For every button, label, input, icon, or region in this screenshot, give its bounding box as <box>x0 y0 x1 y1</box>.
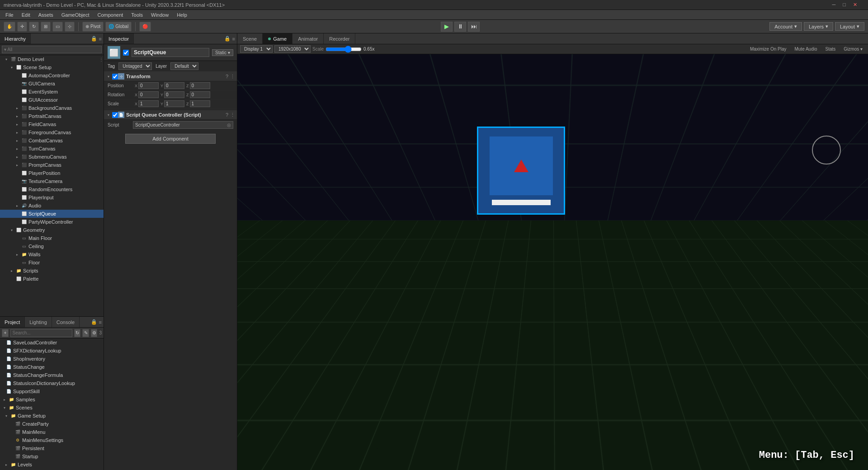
close-btn[interactable]: ✕ <box>853 2 857 8</box>
project-file-statuschange[interactable]: 📄 StatusChange <box>0 363 104 371</box>
project-file-shopinv[interactable]: 📄 ShopInventory <box>0 355 104 363</box>
play-button[interactable]: ▶ <box>441 22 453 32</box>
project-refresh-btn[interactable]: ↻ <box>74 329 81 337</box>
gizmos-btn[interactable]: Gizmos ▾ <box>841 46 865 52</box>
project-search-input[interactable] <box>10 329 72 337</box>
mute-audio-btn[interactable]: Mute Audio <box>792 46 820 52</box>
tag-dropdown[interactable]: Untagged <box>118 62 152 70</box>
tab-project[interactable]: Project <box>0 317 25 327</box>
hand-tool[interactable]: ✋ <box>4 22 15 32</box>
hierarchy-lock-icon[interactable]: 🔒 <box>91 36 97 42</box>
tree-item-bgcanvas[interactable]: ▸ ⬛ BackgroundCanvas <box>0 104 104 112</box>
tree-item-combatcanvas[interactable]: ▸ ⬛ CombatCanvas <box>0 136 104 145</box>
global-btn[interactable]: 🌐 Global <box>105 22 132 32</box>
menu-assets[interactable]: Assets <box>35 11 57 19</box>
layers-button[interactable]: Layers ▾ <box>804 22 833 31</box>
active-toggle[interactable] <box>123 50 129 56</box>
rotation-x-input[interactable]: 0 <box>138 91 159 98</box>
inspector-lock-icon[interactable]: 🔒 <box>224 36 231 42</box>
project-file-support[interactable]: 📄 SupportSkill <box>0 387 104 395</box>
project-folder-levels[interactable]: ▸ 📁 Levels <box>0 461 104 469</box>
tree-item-guiaccessor[interactable]: ▸ ⬜ GUIAccessor <box>0 96 104 104</box>
tree-item-guicamera[interactable]: ▸ 📷 GUICamera <box>0 80 104 88</box>
tab-hierarchy[interactable]: Hierarchy <box>0 33 31 44</box>
move-tool[interactable]: ✛ <box>17 22 27 32</box>
scale-slider[interactable] <box>326 46 362 52</box>
rotate-tool[interactable]: ↻ <box>29 22 39 32</box>
project-scene-mainmenu[interactable]: 🎬 MainMenu <box>0 428 104 436</box>
script-field-value[interactable]: ScriptQueueController ◎ <box>133 121 233 129</box>
project-more-icon[interactable]: ≡ <box>99 320 102 325</box>
tree-item-geometry[interactable]: ▾ ⬜ Geometry <box>0 226 104 234</box>
tree-item-texcam[interactable]: ▸ 📷 TextureCamera <box>0 177 104 185</box>
pause-button[interactable]: ⏸ <box>454 22 466 32</box>
scale-z-input[interactable]: 1 <box>190 100 210 107</box>
tree-item-walls[interactable]: ▸ 📁 Walls <box>0 250 104 258</box>
script-settings-icon[interactable]: ⋮ <box>230 112 235 118</box>
resolution-select[interactable]: 1920x1080 <box>274 45 311 53</box>
layout-button[interactable]: Layout ▾ <box>835 22 864 31</box>
menu-gameobject[interactable]: GameObject <box>58 11 93 19</box>
transform-component-header[interactable]: ▾ ⊹ Transform ? ⋮ <box>104 72 237 81</box>
tree-item-eventsystem[interactable]: ▸ ⬜ EventSystem <box>0 88 104 96</box>
script-enable-toggle[interactable] <box>112 112 118 118</box>
game-viewport[interactable]: Menu: [Tab, Esc] <box>237 54 868 470</box>
transform-checkbox[interactable] <box>112 74 118 80</box>
project-filter-btn[interactable]: ⚙ <box>91 329 98 337</box>
tree-item-playerinput[interactable]: ▸ ⬜ PlayerInput <box>0 193 104 202</box>
menu-component[interactable]: Component <box>94 11 127 19</box>
tree-item-submenucanvas[interactable]: ▸ ⬛ SubmenuCanvas <box>0 153 104 161</box>
menu-file[interactable]: File <box>2 11 17 19</box>
static-badge[interactable]: Static ▾ <box>212 49 233 56</box>
tree-item-scripts[interactable]: ▸ 📁 Scripts <box>0 267 104 275</box>
tree-item-portraitcanvas[interactable]: ▸ ⬛ PortraitCanvas <box>0 112 104 120</box>
scale-y-input[interactable]: 1 <box>164 100 184 107</box>
project-file-saveload[interactable]: 📄 SaveLoadController <box>0 338 104 347</box>
tree-item-demo-level[interactable]: ▾ 🎬 Demo Level ⋮ <box>0 55 104 63</box>
project-add-btn[interactable]: + <box>2 329 9 337</box>
project-file-statusformula[interactable]: 📄 StatusChangeFormula <box>0 371 104 379</box>
stats-btn[interactable]: Stats <box>823 46 839 52</box>
tree-item-automap[interactable]: ▸ ⬜ AutomapController <box>0 71 104 80</box>
menu-window[interactable]: Window <box>147 11 172 19</box>
tree-item-fgcanvas[interactable]: ▸ ⬛ ForegroundCanvas <box>0 128 104 136</box>
tab-inspector[interactable]: Inspector <box>104 33 134 44</box>
project-file-sfxdict[interactable]: 📄 SFXDictionaryLookup <box>0 347 104 355</box>
tree-item-mainfloor[interactable]: ▸ ▭ Main Floor <box>0 234 104 242</box>
tree-item-fieldcanvas[interactable]: ▸ ⬛ FieldCanvas <box>0 120 104 128</box>
step-button[interactable]: ⏭ <box>468 22 480 32</box>
tree-item-promptcanvas[interactable]: ▸ ⬛ PromptCanvas <box>0 161 104 169</box>
scale-tool[interactable]: ⊞ <box>41 22 51 32</box>
menu-edit[interactable]: Edit <box>18 11 34 19</box>
project-folder-scenes[interactable]: ▾ 📁 Scenes <box>0 404 104 412</box>
tree-item-ceiling[interactable]: ▸ ▭ Ceiling <box>0 242 104 250</box>
position-z-input[interactable]: 0 <box>190 82 210 89</box>
object-name-field[interactable] <box>132 48 209 57</box>
tree-item-scene-setup[interactable]: ▾ ⬜ Scene Setup <box>0 63 104 71</box>
tab-recorder[interactable]: Recorder <box>324 33 355 44</box>
project-scene-persistent[interactable]: 🎬 Persistent <box>0 444 104 452</box>
script-help-icon[interactable]: ? <box>226 112 228 118</box>
menu-help[interactable]: Help <box>173 11 191 19</box>
transform-enable-toggle[interactable] <box>112 74 118 80</box>
project-folder-samples[interactable]: ▸ 📁 Samples <box>0 395 104 404</box>
tree-item-palette[interactable]: ▸ ⬜ Palette <box>0 275 104 283</box>
transform-tool[interactable]: ⊹ <box>65 22 75 32</box>
menu-tools[interactable]: Tools <box>127 11 146 19</box>
position-y-input[interactable]: 0 <box>164 82 184 89</box>
tree-item-randenc[interactable]: ▸ ⬜ RandomEncounters <box>0 185 104 193</box>
maximize-btn[interactable]: □ <box>843 2 846 8</box>
project-scene-createparty[interactable]: 🎬 CreateParty <box>0 420 104 428</box>
script-checkbox[interactable] <box>112 112 118 118</box>
visuals-btn[interactable]: 🔴 <box>139 22 151 32</box>
transform-settings-icon[interactable]: ⋮ <box>230 74 235 80</box>
tab-console[interactable]: Console <box>52 317 80 327</box>
project-folder-gamesetup[interactable]: ▾ 📁 Game Setup <box>0 412 104 420</box>
tree-item-partywipe[interactable]: ▸ ⬜ PartyWipeController <box>0 218 104 226</box>
script-component-header[interactable]: ▾ 📄 Script Queue Controller (Script) ? ⋮ <box>104 110 237 120</box>
tree-item-playerpos[interactable]: ▸ ⬜ PlayerPosition <box>0 169 104 177</box>
pivot-btn[interactable]: ⊕ Pivot <box>82 22 104 32</box>
scale-x-input[interactable]: 1 <box>138 100 159 107</box>
maximize-on-play-btn[interactable]: Maximize On Play <box>747 46 789 52</box>
account-button[interactable]: Account ▾ <box>769 22 802 31</box>
